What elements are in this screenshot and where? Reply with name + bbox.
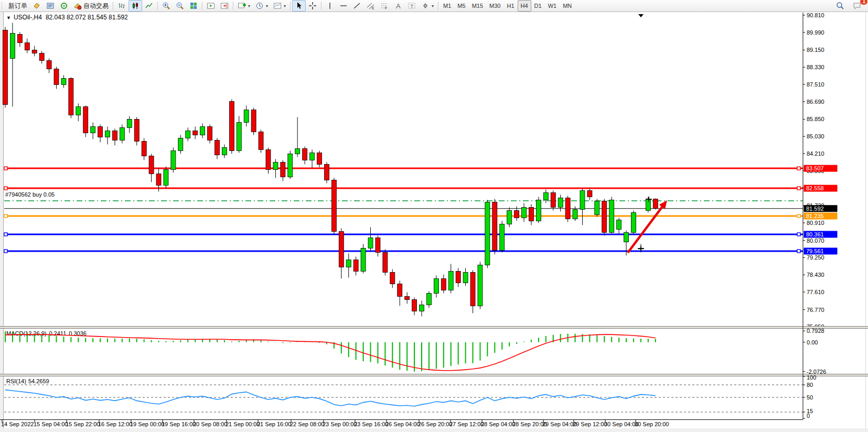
new-order-label: 新订单 (8, 2, 27, 10)
svg-text:15 Sep 22:00: 15 Sep 22:00 (66, 421, 100, 427)
zoom-out-icon[interactable] (173, 0, 187, 12)
svg-text:80: 80 (807, 382, 813, 388)
svg-text:15 Sep 04:00: 15 Sep 04:00 (34, 421, 68, 427)
svg-text:83.507: 83.507 (806, 165, 824, 171)
chevron-down-icon: ▾ (266, 4, 268, 8)
auto-scroll-icon[interactable] (204, 0, 218, 12)
trendline-icon[interactable] (350, 0, 364, 12)
toolbar-separator (113, 2, 113, 10)
timeframe-w1[interactable]: W1 (545, 0, 560, 12)
chevron-down-icon: ▾ (248, 4, 250, 8)
periods-icon[interactable]: ▾ (253, 0, 271, 12)
svg-text:84.210: 84.210 (807, 150, 824, 157)
svg-text:0.00: 0.00 (807, 339, 818, 345)
search-icon[interactable] (833, 0, 847, 12)
svg-text:85.030: 85.030 (807, 133, 824, 139)
fibonacci-icon[interactable]: F (378, 0, 391, 12)
timeframe-mn[interactable]: MN (560, 0, 575, 12)
svg-text:30 Sep 20:00: 30 Sep 20:00 (635, 421, 669, 427)
text-icon[interactable]: A (391, 0, 405, 12)
timeframe-h1[interactable]: H1 (503, 0, 517, 12)
svg-text:22 Sep 08:00: 22 Sep 08:00 (290, 421, 324, 427)
bar-chart-icon[interactable] (115, 0, 128, 12)
svg-text:81.592: 81.592 (806, 206, 824, 212)
toolbar-grip (2, 2, 5, 9)
new-order-button[interactable]: 新订单 (6, 0, 30, 12)
toolbar-separator (321, 2, 322, 10)
time-axis[interactable]: 14 Sep 202215 Sep 04:0015 Sep 22:0016 Se… (1, 419, 669, 427)
svg-text:82.558: 82.558 (806, 185, 824, 191)
svg-text:26 Sep 20:00: 26 Sep 20:00 (418, 421, 452, 427)
svg-text:81.235: 81.235 (806, 213, 824, 219)
svg-text:90.810: 90.810 (807, 12, 824, 18)
timeframe-d1[interactable]: D1 (531, 0, 545, 12)
notification-badge: 1 (860, 0, 867, 5)
svg-text:21 Sep 00:00: 21 Sep 00:00 (226, 421, 260, 427)
timeframe-m30[interactable]: M30 (486, 0, 503, 12)
toolbar-separator (438, 2, 438, 10)
line-chart-icon[interactable] (142, 0, 156, 12)
candlestick-chart-icon[interactable] (128, 0, 142, 12)
timeframe-h4[interactable]: H4 (518, 0, 531, 12)
notifications-icon[interactable]: 1 (850, 0, 865, 12)
svg-text:21 Sep 16:00: 21 Sep 16:00 (257, 421, 291, 427)
svg-text:23 Sep 16:00: 23 Sep 16:00 (354, 421, 388, 427)
svg-text:28 Sep 04:00: 28 Sep 04:00 (481, 421, 515, 427)
svg-text:0: 0 (807, 413, 810, 419)
toolbar: 新订单 自动交易 (0, 0, 868, 12)
chart-shift-icon[interactable] (218, 0, 231, 12)
auto-trading-button[interactable]: 自动交易 (71, 0, 111, 12)
svg-text:79.561: 79.561 (806, 248, 824, 254)
svg-text:79.250: 79.250 (807, 254, 824, 261)
arrows-icon[interactable]: ▾ (419, 0, 436, 12)
market-watch-icon[interactable] (30, 0, 44, 12)
svg-text:23 Sep 00:00: 23 Sep 00:00 (323, 421, 357, 427)
text-label-icon[interactable]: T (405, 0, 419, 12)
indicators-icon[interactable]: ▾ (235, 0, 253, 12)
svg-text:-2.0726: -2.0726 (807, 369, 826, 375)
svg-text:85.850: 85.850 (807, 116, 824, 122)
svg-text:78.430: 78.430 (807, 272, 824, 278)
toolbar-separator (233, 2, 233, 10)
chart-title-ohlc: 82.043 82.072 81.545 81.592 (46, 14, 128, 21)
tile-windows-icon[interactable] (187, 0, 200, 12)
chevron-down-icon: ▾ (284, 4, 286, 8)
timeframe-m1[interactable]: M1 (440, 0, 454, 12)
chart-canvas[interactable]: ▼USOil-,H482.043 82.072 81.545 81.592 #7… (0, 0, 868, 432)
svg-text:26 Sep 04:00: 26 Sep 04:00 (385, 421, 420, 427)
horizontal-line-icon[interactable] (337, 0, 350, 12)
svg-text:88.330: 88.330 (807, 64, 824, 70)
toolbar-separator (202, 2, 202, 10)
cursor-icon[interactable] (292, 0, 306, 12)
svg-text:80.361: 80.361 (806, 231, 824, 237)
templates-icon[interactable]: ▾ (271, 0, 288, 12)
svg-text:A: A (396, 2, 401, 10)
svg-text:80.070: 80.070 (807, 237, 824, 244)
timeframe-m5[interactable]: M5 (454, 0, 468, 12)
svg-text:29 Sep 12:00: 29 Sep 12:00 (573, 421, 607, 427)
zoom-in-icon[interactable] (159, 0, 173, 12)
svg-text:0.7928: 0.7928 (807, 328, 824, 334)
equidistant-channel-icon[interactable]: E (364, 0, 378, 12)
chart-background (0, 12, 868, 432)
svg-text:76.770: 76.770 (807, 307, 824, 313)
svg-text:14 Sep 2022: 14 Sep 2022 (1, 421, 34, 427)
svg-text:F: F (385, 6, 387, 10)
terminal-icon[interactable] (44, 0, 57, 12)
svg-text:29 Sep 04:00: 29 Sep 04:00 (542, 421, 576, 427)
vertical-line-icon[interactable] (323, 0, 337, 12)
svg-text:E: E (372, 6, 374, 10)
svg-text:28 Sep 20:00: 28 Sep 20:00 (512, 421, 546, 427)
timeframe-m15[interactable]: M15 (469, 0, 486, 12)
svg-text:19 Sep 00:00: 19 Sep 00:00 (130, 421, 164, 427)
toolbar-separator (157, 2, 158, 10)
svg-text:50: 50 (807, 394, 813, 401)
svg-text:19 Sep 16:00: 19 Sep 16:00 (162, 421, 196, 427)
svg-text:89.990: 89.990 (807, 29, 824, 36)
svg-text:20 Sep 08:00: 20 Sep 08:00 (193, 421, 227, 427)
strategy-tester-icon[interactable] (57, 0, 71, 12)
timeframe-group: M1 M5 M15 M30 H1 H4 D1 W1 MN (440, 0, 575, 12)
crosshair-icon[interactable] (306, 0, 319, 12)
svg-text:30 Sep 04:00: 30 Sep 04:00 (604, 421, 638, 427)
chart-dropdown-icon: ▼ (6, 15, 11, 20)
